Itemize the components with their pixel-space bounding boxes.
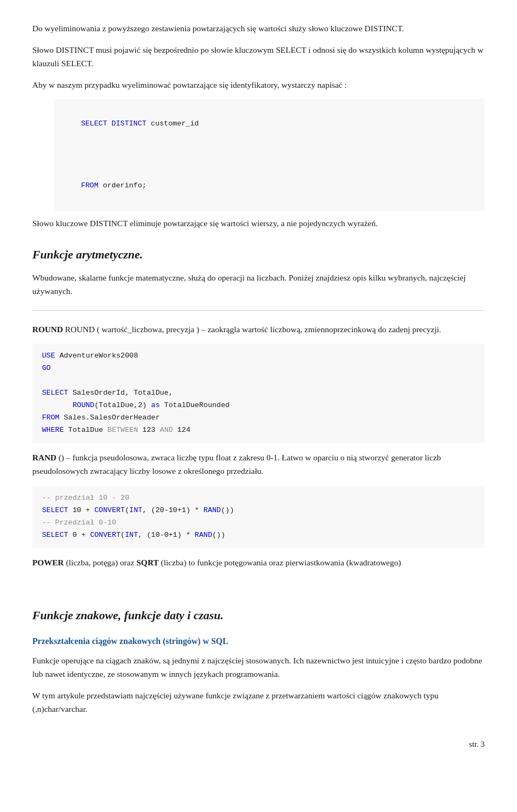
section1-p1: Wbudowane, skalarne funkcje matematyczne… [32, 271, 485, 298]
rand-keyword: RAND [32, 453, 57, 462]
rand-desc-text: () – funkcja pseudolosowa, zwraca liczbę… [32, 453, 441, 476]
page-content: Do wyeliminowania z powyższego zestawien… [32, 22, 485, 751]
distinct-code-block: SELECT DISTINCT customer_id FROM orderin… [54, 99, 485, 211]
intro-p3-suffix: Słowo kluczowe DISTINCT eliminuje powtar… [32, 216, 485, 230]
intro-p3-prefix: Aby w naszym przypadku wyeliminować powt… [32, 78, 485, 92]
rand-desc: RAND () – funkcja pseudolosowa, zwraca l… [32, 451, 485, 478]
sqrt-keyword: SQRT [136, 558, 159, 567]
round-desc-text: ROUND ( wartość_liczbowa, precyzja ) – z… [65, 325, 442, 334]
section2-p2: W tym artykule przedstawiam najczęściej … [32, 689, 485, 716]
sub-heading: Przekształcenia ciągów znakowych (string… [32, 634, 485, 648]
round-code-block: USE AdventureWorks2008 GO SELECT SalesOr… [32, 344, 485, 443]
page-number: str. 3 [32, 738, 485, 751]
section2-p1: Funkcje operujące na ciągach znaków, są … [32, 654, 485, 681]
power-keyword: POWER [32, 558, 64, 567]
power-desc-text: (liczba, potęga) oraz [66, 558, 136, 567]
section-divider [32, 310, 485, 311]
power-desc: POWER (liczba, potęga) oraz SQRT (liczba… [32, 556, 485, 570]
intro-p2: Słowo DISTINCT musi pojawić się bezpośre… [32, 43, 485, 71]
intro-p1: Do wyeliminowania z powyższego zestawien… [32, 22, 485, 36]
round-desc: ROUND ROUND ( wartość_liczbowa, precyzja… [32, 323, 485, 337]
rand-code-block: -- przedział 10 - 20 SELECT 10 + CONVERT… [32, 486, 485, 548]
round-keyword: ROUND [32, 325, 63, 334]
sqrt-desc-text: (liczba) to funkcje potęgowania oraz pie… [161, 558, 401, 567]
section2-heading: Funkcje znakowe, funkcje daty i czasu. [32, 606, 485, 625]
section1-heading: Funkcje arytmetyczne. [32, 245, 485, 264]
